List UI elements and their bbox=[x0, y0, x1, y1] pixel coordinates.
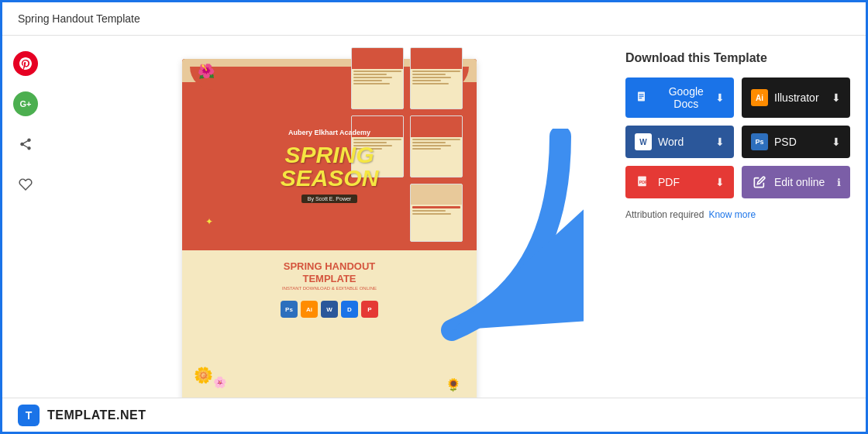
page-title: Spring Handout Template bbox=[18, 12, 140, 25]
download-buttons-grid: Google Docs ⬇ Ai Illustrator ⬇ W Word ⬇ bbox=[625, 78, 850, 198]
svg-rect-4 bbox=[639, 95, 644, 95]
illustrator-download-button[interactable]: Ai Illustrator ⬇ bbox=[742, 78, 850, 118]
psd-label: PSD bbox=[774, 136, 797, 148]
google-docs-icon bbox=[635, 89, 651, 106]
thumbnail-2 bbox=[410, 47, 463, 109]
know-more-link[interactable]: Know more bbox=[708, 209, 756, 220]
svg-rect-5 bbox=[639, 96, 644, 97]
illustrator-download-icon: ⬇ bbox=[832, 91, 841, 104]
pdf-label: PDF bbox=[658, 176, 680, 188]
word-download-icon: ⬇ bbox=[715, 136, 725, 148]
photoshop-icon: Ps bbox=[281, 301, 298, 318]
google-docs-download-icon: ⬇ bbox=[715, 91, 725, 104]
page-header: Spring Handout Template bbox=[2, 2, 866, 36]
word-icon-btn: W bbox=[635, 133, 652, 150]
illustrator-icon-btn: Ai bbox=[751, 89, 768, 106]
psd-download-button[interactable]: Ps PSD ⬇ bbox=[742, 126, 850, 158]
template-bottom-title: SPRING HANDOUTTEMPLATE bbox=[282, 260, 377, 284]
template-season-text: SEASON bbox=[281, 167, 379, 190]
blue-arrow bbox=[429, 129, 584, 361]
template-subtitle: INSTANT DOWNLOAD & EDITABLE ONLINE bbox=[282, 286, 377, 291]
template-spring-text: SPRING bbox=[281, 143, 379, 167]
pdf-download-icon: ⬇ bbox=[715, 176, 725, 188]
google-docs-download-button[interactable]: Google Docs ⬇ bbox=[625, 78, 734, 118]
share-button[interactable] bbox=[13, 132, 38, 157]
edit-online-label: Edit online bbox=[774, 176, 825, 188]
preview-area: 🌺 🌿 Aubery Elkhart Academy SPRING SEASON… bbox=[49, 36, 610, 430]
attribution-row: Attribution required Know more bbox=[625, 209, 850, 220]
template-author: By Scott E. Power bbox=[301, 195, 357, 203]
footer-brand-name: TEMPLATE.NET bbox=[47, 408, 146, 422]
illustrator-label: Illustrator bbox=[774, 91, 819, 104]
thumbnail-1 bbox=[351, 47, 404, 109]
docs-icon: D bbox=[341, 301, 358, 318]
svg-rect-6 bbox=[639, 98, 642, 98]
psd-download-icon: ⬇ bbox=[832, 136, 841, 148]
pdf-download-button[interactable]: PDF PDF ⬇ bbox=[625, 166, 734, 198]
template-school-name: Aubery Elkhart Academy bbox=[288, 129, 370, 136]
footer-logo-letter: T bbox=[26, 409, 33, 422]
download-title: Download this Template bbox=[625, 51, 850, 65]
attribution-text: Attribution required bbox=[625, 209, 704, 220]
footer-logo: T bbox=[18, 405, 40, 426]
main-content: G+ 🌺 🌿 bbox=[2, 36, 866, 430]
word-label: Word bbox=[658, 136, 684, 148]
psd-icon-btn: Ps bbox=[751, 133, 768, 150]
pdf-icon-btn: PDF bbox=[635, 174, 652, 191]
like-button[interactable] bbox=[13, 172, 38, 197]
word-icon: W bbox=[321, 301, 338, 318]
edit-online-button[interactable]: Edit online ℹ bbox=[742, 166, 850, 198]
google-docs-label: Google Docs bbox=[657, 85, 715, 110]
edit-icon bbox=[751, 174, 768, 191]
footer: T TEMPLATE.NET bbox=[2, 398, 866, 432]
word-download-button[interactable]: W Word ⬇ bbox=[625, 126, 734, 158]
pinterest-button[interactable] bbox=[13, 51, 38, 76]
edit-online-info-icon: ℹ bbox=[837, 177, 841, 188]
svg-text:PDF: PDF bbox=[639, 180, 648, 184]
google-button[interactable]: G+ bbox=[13, 91, 38, 116]
pdf-icon: P bbox=[361, 301, 378, 318]
illustrator-icon: Ai bbox=[301, 301, 318, 318]
right-panel: Download this Template Google Docs ⬇ Ai … bbox=[610, 36, 866, 430]
template-app-icons-row: Ps Ai W D P bbox=[281, 301, 378, 318]
left-sidebar: G+ bbox=[2, 36, 49, 430]
